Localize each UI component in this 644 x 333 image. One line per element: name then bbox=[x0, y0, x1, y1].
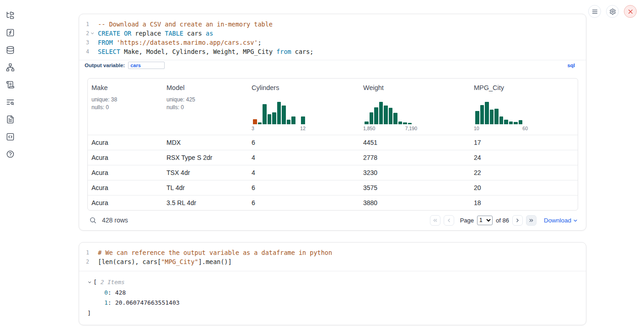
close-button[interactable] bbox=[624, 5, 637, 18]
table-cell: 17 bbox=[470, 139, 578, 146]
language-badge[interactable]: sql bbox=[567, 63, 575, 68]
histogram-axis-labels: 312 bbox=[252, 126, 306, 131]
scratchpad-scroll-icon[interactable] bbox=[5, 80, 15, 89]
topbar-actions bbox=[588, 5, 637, 18]
output-tree: [ 2 Items 0:4281:20.060747663551403 ] bbox=[79, 271, 586, 318]
tree-entry-colon: : bbox=[108, 299, 112, 306]
table-cell: 6 bbox=[248, 139, 360, 146]
table-footer: 428 rows Page 1 of 86 Download bbox=[79, 211, 586, 230]
table-row[interactable]: AcuraTL 4dr6357520 bbox=[88, 180, 578, 195]
code-line[interactable]: 2[len(cars), cars["MPG_City"].mean()] bbox=[79, 257, 586, 266]
output-variable-row: Output variable: sql bbox=[79, 60, 586, 70]
settings-button[interactable] bbox=[606, 5, 619, 18]
next-page-button[interactable] bbox=[512, 215, 523, 226]
column-header-mpg_city[interactable]: MPG_City1060 bbox=[470, 79, 578, 135]
notebook-cell-python: 1# We can reference the output variable … bbox=[79, 242, 586, 325]
table-cell: MDX bbox=[163, 139, 248, 146]
table-cell: 2778 bbox=[360, 154, 470, 161]
histogram-cylinders[interactable]: 312 bbox=[252, 100, 358, 131]
histogram-bars bbox=[365, 100, 468, 124]
table-header: Makeunique: 38nulls: 0Modelunique: 425nu… bbox=[88, 79, 578, 135]
download-button[interactable]: Download bbox=[544, 217, 578, 224]
first-page-button[interactable] bbox=[430, 215, 440, 226]
table-cell: 3.5 RL 4dr bbox=[163, 199, 248, 206]
page-total: of 86 bbox=[496, 217, 509, 224]
code-text: SELECT Make, Model, Cylinders, Weight, M… bbox=[98, 48, 313, 55]
histogram-axis-labels: 1,8507,190 bbox=[363, 126, 417, 131]
code-line[interactable]: 2CREATE OR replace TABLE cars as bbox=[79, 29, 586, 38]
code-line[interactable]: 1# We can reference the output variable … bbox=[79, 248, 586, 257]
histogram-mpg_city[interactable]: 1060 bbox=[474, 100, 576, 131]
table-cell: RSX Type S 2dr bbox=[163, 154, 248, 161]
column-header-make[interactable]: Makeunique: 38nulls: 0 bbox=[88, 79, 163, 135]
table-cell: 4451 bbox=[360, 139, 470, 146]
page-select[interactable]: 1 bbox=[477, 216, 493, 225]
table-body: AcuraMDX6445117AcuraRSX Type S 2dr427782… bbox=[88, 135, 578, 210]
last-page-button[interactable] bbox=[526, 215, 537, 226]
table-cell: 22 bbox=[470, 169, 578, 176]
column-name: Cylinders bbox=[252, 84, 358, 91]
page-label: Page bbox=[460, 217, 474, 224]
download-label: Download bbox=[544, 217, 571, 224]
code-line[interactable]: 1-- Download a CSV and create an in-memo… bbox=[79, 20, 586, 29]
code-text: -- Download a CSV and create an in-memor… bbox=[98, 21, 273, 28]
tree-close-line: ] bbox=[87, 308, 578, 319]
histogram-weight[interactable]: 1,8507,190 bbox=[363, 100, 468, 131]
table-cell: 4 bbox=[248, 154, 360, 161]
line-number: 4 bbox=[79, 48, 89, 55]
table-row[interactable]: AcuraTSX 4dr4323022 bbox=[88, 165, 578, 180]
code-line[interactable]: 3FROM 'https://datasets.marimo.app/cars.… bbox=[79, 38, 586, 47]
prev-page-button[interactable] bbox=[444, 215, 454, 226]
dependency-graph-icon[interactable] bbox=[5, 63, 15, 72]
line-number: 2 bbox=[79, 30, 89, 37]
table-cell: Acura bbox=[88, 199, 163, 206]
table-row[interactable]: Acura3.5 RL 4dr6388018 bbox=[88, 195, 578, 210]
code-text: FROM 'https://datasets.marimo.app/cars.c… bbox=[98, 39, 262, 46]
tree-entry: 0:428 bbox=[87, 288, 578, 298]
table-cell: 3230 bbox=[360, 169, 470, 176]
fold-chevron-icon[interactable] bbox=[89, 31, 95, 36]
sql-code-editor[interactable]: 1-- Download a CSV and create an in-memo… bbox=[79, 14, 586, 60]
code-text: # We can reference the output variable a… bbox=[98, 249, 332, 256]
histogram-axis-labels: 1060 bbox=[474, 126, 528, 131]
tree-entry-value: 428 bbox=[115, 289, 126, 296]
documentation-icon[interactable] bbox=[5, 115, 15, 124]
output-variable-input[interactable] bbox=[128, 62, 165, 69]
code-text: CREATE OR replace TABLE cars as bbox=[98, 30, 213, 37]
column-header-weight[interactable]: Weight1,8507,190 bbox=[360, 79, 470, 135]
table-cell: Acura bbox=[88, 154, 163, 161]
table-cell: TL 4dr bbox=[163, 184, 248, 191]
file-tree-icon[interactable] bbox=[5, 11, 15, 20]
collapse-chevron-icon[interactable] bbox=[87, 280, 92, 285]
menu-button[interactable] bbox=[588, 5, 601, 18]
tree-entry-key: 0 bbox=[104, 289, 108, 296]
row-count: 428 rows bbox=[102, 217, 128, 224]
chevron-down-icon bbox=[573, 218, 578, 223]
table-row[interactable]: AcuraRSX Type S 2dr4277824 bbox=[88, 150, 578, 165]
code-text: [len(cars), cars["MPG_City"].mean()] bbox=[98, 258, 232, 265]
histogram-bars bbox=[475, 100, 576, 124]
tree-entries: 0:4281:20.060747663551403 bbox=[87, 288, 578, 308]
output-variable-label: Output variable: bbox=[85, 63, 125, 68]
datasources-icon[interactable] bbox=[5, 45, 15, 54]
column-header-cylinders[interactable]: Cylinders312 bbox=[248, 79, 360, 135]
table-cell: 3575 bbox=[360, 184, 470, 191]
tree-entry-colon: : bbox=[108, 289, 112, 296]
column-name: Weight bbox=[363, 84, 468, 91]
table-cell: 4 bbox=[248, 169, 360, 176]
items-count-label: 2 Items bbox=[101, 277, 125, 288]
table-cell: 6 bbox=[248, 199, 360, 206]
snippets-icon[interactable] bbox=[5, 132, 15, 141]
search-icon[interactable] bbox=[89, 217, 97, 224]
table-cell: 18 bbox=[470, 199, 578, 206]
pagination: Page 1 of 86 bbox=[430, 215, 537, 226]
code-line[interactable]: 4SELECT Make, Model, Cylinders, Weight, … bbox=[79, 47, 586, 56]
table-row[interactable]: AcuraMDX6445117 bbox=[88, 135, 578, 150]
tree-root-line: [ 2 Items bbox=[87, 277, 578, 288]
python-code-editor[interactable]: 1# We can reference the output variable … bbox=[79, 243, 586, 271]
function-square-icon[interactable] bbox=[5, 28, 15, 37]
column-header-model[interactable]: Modelunique: 425nulls: 0 bbox=[163, 79, 248, 135]
left-sidebar bbox=[0, 0, 20, 159]
logs-search-icon[interactable] bbox=[5, 97, 15, 106]
help-icon[interactable] bbox=[5, 149, 15, 159]
